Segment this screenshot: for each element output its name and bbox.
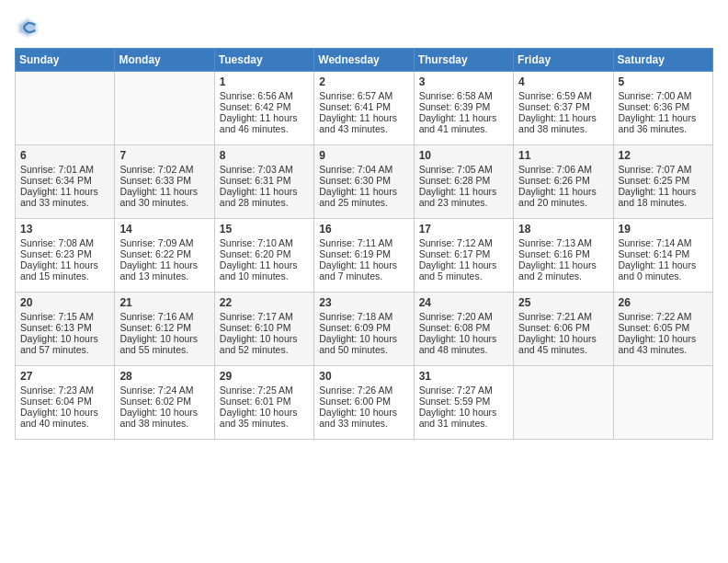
week-row-5: 27Sunrise: 7:23 AMSunset: 6:04 PMDayligh…: [16, 366, 713, 440]
day-info: Sunrise: 7:23 AM: [20, 385, 109, 396]
calendar-cell: [613, 366, 712, 440]
day-header-saturday: Saturday: [613, 49, 712, 72]
day-info: Daylight: 10 hours and 52 minutes.: [220, 333, 309, 355]
day-number: 16: [319, 223, 408, 236]
day-info: Sunset: 6:36 PM: [619, 101, 708, 112]
day-info: Sunset: 6:04 PM: [20, 396, 109, 407]
day-number: 23: [319, 296, 408, 309]
day-info: Sunrise: 7:24 AM: [119, 385, 209, 396]
day-info: Sunset: 6:05 PM: [619, 322, 708, 333]
day-info: Sunset: 6:08 PM: [419, 322, 508, 333]
day-info: Sunset: 6:20 PM: [220, 248, 309, 259]
calendar-cell: 2Sunrise: 6:57 AMSunset: 6:41 PMDaylight…: [314, 72, 414, 145]
calendar-cell: 10Sunrise: 7:05 AMSunset: 6:28 PMDayligh…: [414, 145, 513, 219]
day-info: Daylight: 11 hours and 2 minutes.: [518, 259, 608, 282]
calendar-cell: 11Sunrise: 7:06 AMSunset: 6:26 PMDayligh…: [514, 145, 613, 219]
day-number: 3: [419, 75, 508, 88]
day-info: Daylight: 11 hours and 25 minutes.: [319, 186, 408, 208]
day-info: Sunrise: 7:06 AM: [518, 164, 608, 175]
calendar-cell: 19Sunrise: 7:14 AMSunset: 6:14 PMDayligh…: [613, 219, 712, 293]
day-info: Sunrise: 7:22 AM: [619, 311, 708, 322]
day-info: Sunset: 6:23 PM: [20, 248, 109, 259]
calendar-cell: 8Sunrise: 7:03 AMSunset: 6:31 PMDaylight…: [214, 145, 313, 219]
day-number: 18: [518, 223, 608, 236]
day-info: Sunrise: 7:20 AM: [419, 311, 508, 322]
day-info: Daylight: 11 hours and 43 minutes.: [319, 112, 408, 134]
day-info: Daylight: 11 hours and 46 minutes.: [220, 112, 309, 134]
page-header: [15, 15, 713, 40]
day-header-wednesday: Wednesday: [314, 49, 414, 72]
day-info: Sunrise: 7:13 AM: [518, 237, 608, 248]
calendar-cell: 15Sunrise: 7:10 AMSunset: 6:20 PMDayligh…: [214, 219, 313, 293]
day-info: Sunset: 6:42 PM: [220, 101, 309, 112]
day-info: Sunrise: 7:00 AM: [619, 90, 708, 101]
day-info: Sunset: 6:10 PM: [220, 322, 309, 333]
day-info: Sunrise: 7:09 AM: [119, 237, 209, 248]
day-info: Daylight: 10 hours and 55 minutes.: [119, 333, 209, 355]
day-header-tuesday: Tuesday: [214, 49, 313, 72]
calendar-cell: 4Sunrise: 6:59 AMSunset: 6:37 PMDaylight…: [514, 72, 613, 145]
day-number: 8: [220, 149, 309, 162]
day-info: Daylight: 10 hours and 50 minutes.: [319, 333, 408, 355]
day-info: Sunrise: 7:08 AM: [20, 237, 109, 248]
day-number: 20: [20, 296, 109, 309]
calendar-table: SundayMondayTuesdayWednesdayThursdayFrid…: [15, 48, 713, 440]
day-number: 30: [319, 370, 408, 383]
day-info: Daylight: 11 hours and 41 minutes.: [419, 112, 508, 134]
day-number: 21: [119, 296, 209, 309]
day-info: Daylight: 11 hours and 15 minutes.: [20, 259, 109, 282]
day-info: Sunset: 6:41 PM: [319, 101, 408, 112]
week-row-1: 1Sunrise: 6:56 AMSunset: 6:42 PMDaylight…: [16, 72, 713, 145]
day-number: 5: [619, 75, 708, 88]
day-info: Sunset: 6:28 PM: [419, 175, 508, 186]
day-info: Daylight: 11 hours and 7 minutes.: [319, 259, 408, 282]
day-info: Sunrise: 7:04 AM: [319, 164, 408, 175]
day-info: Sunrise: 6:58 AM: [419, 90, 508, 101]
calendar-cell: 1Sunrise: 6:56 AMSunset: 6:42 PMDaylight…: [214, 72, 313, 145]
day-info: Daylight: 11 hours and 10 minutes.: [220, 259, 309, 282]
day-number: 29: [220, 370, 309, 383]
day-info: Sunrise: 7:16 AM: [119, 311, 209, 322]
day-info: Daylight: 11 hours and 5 minutes.: [419, 259, 508, 282]
day-header-sunday: Sunday: [16, 49, 115, 72]
day-info: Sunrise: 6:56 AM: [220, 90, 309, 101]
day-number: 26: [619, 296, 708, 309]
day-info: Sunset: 6:34 PM: [20, 175, 109, 186]
day-number: 22: [220, 296, 309, 309]
day-info: Sunrise: 7:17 AM: [220, 311, 309, 322]
day-number: 14: [119, 223, 209, 236]
day-info: Sunrise: 7:07 AM: [619, 164, 708, 175]
day-info: Daylight: 11 hours and 28 minutes.: [220, 186, 309, 208]
calendar-cell: [514, 366, 613, 440]
day-info: Sunset: 6:06 PM: [518, 322, 608, 333]
day-number: 28: [119, 370, 209, 383]
calendar-cell: 24Sunrise: 7:20 AMSunset: 6:08 PMDayligh…: [414, 293, 513, 366]
day-info: Daylight: 10 hours and 35 minutes.: [220, 407, 309, 429]
calendar-cell: 31Sunrise: 7:27 AMSunset: 5:59 PMDayligh…: [414, 366, 513, 440]
day-info: Sunset: 6:12 PM: [119, 322, 209, 333]
day-info: Sunrise: 7:14 AM: [619, 237, 708, 248]
day-info: Sunset: 6:37 PM: [518, 101, 608, 112]
day-header-monday: Monday: [115, 49, 214, 72]
day-number: 19: [619, 223, 708, 236]
calendar-cell: 6Sunrise: 7:01 AMSunset: 6:34 PMDaylight…: [16, 145, 115, 219]
calendar-cell: 30Sunrise: 7:26 AMSunset: 6:00 PMDayligh…: [314, 366, 414, 440]
day-info: Sunrise: 7:15 AM: [20, 311, 109, 322]
day-number: 24: [419, 296, 508, 309]
day-info: Sunset: 6:17 PM: [419, 248, 508, 259]
week-row-3: 13Sunrise: 7:08 AMSunset: 6:23 PMDayligh…: [16, 219, 713, 293]
day-number: 27: [20, 370, 109, 383]
day-info: Sunrise: 7:05 AM: [419, 164, 508, 175]
day-info: Daylight: 11 hours and 38 minutes.: [518, 112, 608, 134]
day-info: Sunset: 6:13 PM: [20, 322, 109, 333]
calendar-cell: 9Sunrise: 7:04 AMSunset: 6:30 PMDaylight…: [314, 145, 414, 219]
day-info: Sunset: 6:39 PM: [419, 101, 508, 112]
day-info: Sunrise: 7:21 AM: [518, 311, 608, 322]
day-number: 12: [619, 149, 708, 162]
day-info: Sunrise: 7:12 AM: [419, 237, 508, 248]
day-info: Sunrise: 6:57 AM: [319, 90, 408, 101]
day-info: Daylight: 10 hours and 40 minutes.: [20, 407, 109, 429]
day-info: Sunrise: 7:02 AM: [119, 164, 209, 175]
calendar-cell: 29Sunrise: 7:25 AMSunset: 6:01 PMDayligh…: [214, 366, 313, 440]
calendar-cell: 3Sunrise: 6:58 AMSunset: 6:39 PMDaylight…: [414, 72, 513, 145]
